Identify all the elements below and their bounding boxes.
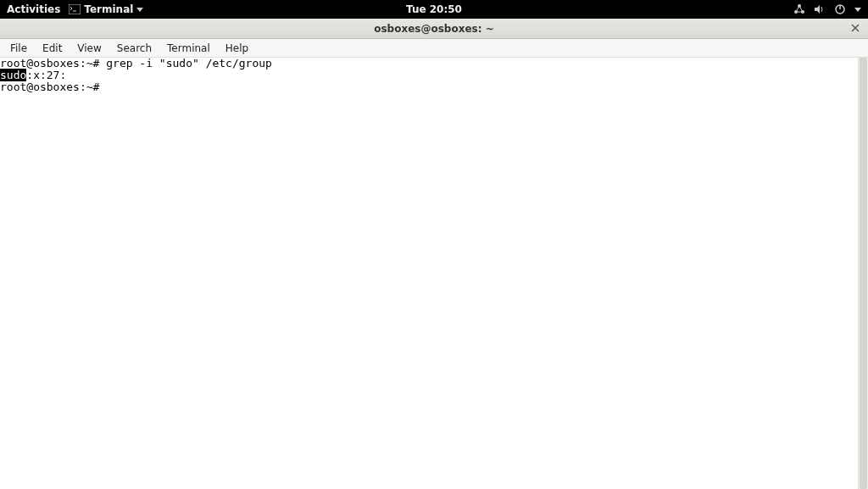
menubar: File Edit View Search Terminal Help [0,39,868,58]
command-text: grep -i "sudo" /etc/group [106,57,272,69]
window-title: osboxes@osboxes: ~ [374,23,494,35]
clock[interactable]: Tue 20:50 [406,3,462,15]
menu-view[interactable]: View [70,41,108,56]
output-text: :x:27: [26,69,66,81]
terminal-output: root@osboxes:~# grep -i "sudo" /etc/grou… [0,58,868,93]
network-icon[interactable] [793,3,805,15]
topbar-left: Activities Terminal [7,3,143,15]
activities-label: Activities [7,3,60,15]
scrollbar[interactable] [858,58,868,489]
terminal-area[interactable]: root@osboxes:~# grep -i "sudo" /etc/grou… [0,58,868,489]
window-titlebar[interactable]: osboxes@osboxes: ~ [0,19,868,39]
gnome-top-bar: Activities Terminal Tue 20:50 [0,0,868,19]
active-app-label: Terminal [84,3,133,15]
dropdown-arrow-icon [136,8,143,12]
close-button[interactable] [849,22,861,34]
prompt: root@osboxes:~# [0,81,106,93]
terminal-app-icon [69,4,81,14]
activities-button[interactable]: Activities [7,3,60,15]
close-icon [851,24,860,32]
menu-edit[interactable]: Edit [36,41,69,56]
volume-icon[interactable] [814,3,826,15]
menu-file[interactable]: File [3,41,34,56]
menu-terminal[interactable]: Terminal [160,41,217,56]
active-app-menu[interactable]: Terminal [69,3,143,15]
svg-rect-0 [69,4,81,14]
topbar-right [793,3,861,15]
svg-line-5 [796,6,799,12]
menu-search[interactable]: Search [110,41,159,56]
prompt: root@osboxes:~# [0,57,106,69]
menu-help[interactable]: Help [219,41,255,56]
clock-text: Tue 20:50 [406,3,462,15]
system-menu-arrow-icon[interactable] [854,8,861,12]
svg-line-6 [799,6,803,12]
scrollbar-thumb[interactable] [860,58,867,489]
grep-match: sudo [0,69,26,81]
power-icon[interactable] [834,3,846,15]
